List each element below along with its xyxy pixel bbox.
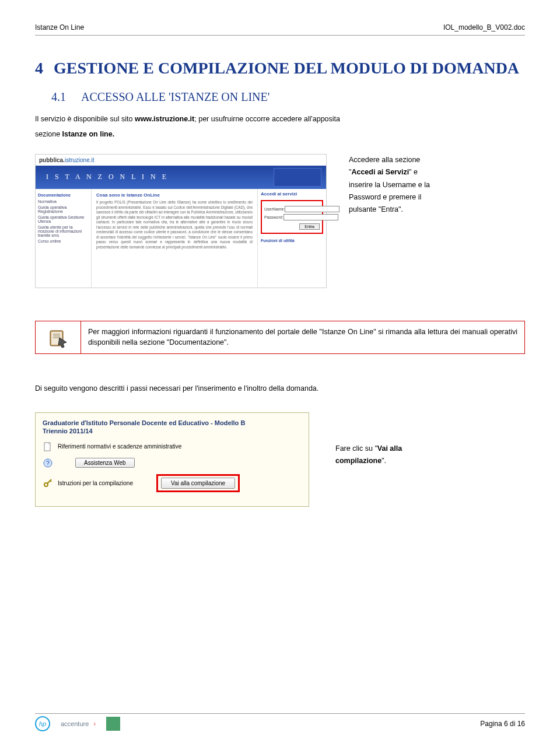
footer-rule [35,713,525,714]
nav-item: Normativa [38,199,89,204]
banner: I S T A N Z O N L I N E [36,166,326,189]
intro-para-2: sezione Istanze on line. [35,128,525,140]
username-input[interactable] [285,206,340,212]
screenshot-graduatorie: Graduatorie d'Istituto Personale Docente… [35,412,309,507]
nav-item: Guida operativa Registrazione [38,205,89,213]
cap2-1a: Fare clic su " [335,444,377,453]
svg-text:?: ? [46,460,50,467]
nav-item: Guida operativa Gestione Utenza [38,215,89,223]
nav-item: Guida utente per la ricezione di informa… [38,225,89,237]
help-icon: ? [43,458,53,468]
funzioni-title: Funzioni di utilità [261,239,323,243]
password-input[interactable] [284,214,338,220]
assistenza-button[interactable]: Assistenza Web [75,458,135,468]
fig2-caption: Fare clic su "Vai alla compilazione". [335,412,481,468]
top-rule [35,35,525,36]
intro-2a: sezione [35,130,62,138]
mid-text: Il progetto POLIS (Presentazione On Line… [96,200,253,250]
logo-istruzione: istruzione.it [65,157,94,163]
intro-2b: Istanze on line. [62,130,115,138]
password-label: Password: [264,215,284,219]
h1-num: 4 [35,59,54,77]
g-title-l2: Triennio 2011/14 [43,427,93,434]
row-riferimenti: Riferimenti normativi e scadenze amminis… [58,443,181,450]
hp-logo-icon: hp [35,716,50,731]
cap2-1bold: Vai alla [377,444,402,453]
partner-logo-icon [106,717,120,731]
accedi-header: Accedi ai servizi [261,191,323,197]
follow-para: Di seguito vengono descritti i passi nec… [35,384,525,392]
intro-1b: ; per usufruirne occorre accedere all'ap… [194,115,340,123]
entra-button[interactable]: Entra [299,223,320,230]
h1-text: GESTIONE E COMPILAZIONE DEL MODULO DI DO… [54,59,519,77]
intro-para: Il servizio è disponibile sul sito www.i… [35,113,525,125]
header-left: Istanze On Line [35,23,84,31]
accenture-logo: accenture [61,720,96,727]
fig1-caption: Accedere alla sezione "Accedi ai Servizi… [349,154,512,216]
notice-text: Per maggiori informazioni riguardanti il… [81,321,524,353]
logo-pubblica: pubblica. [39,157,65,163]
intro-1a: Il servizio è disponibile sul sito [35,115,135,123]
login-box-highlight: UserName: Password: Entra [261,200,323,234]
vai-compilazione-button[interactable]: Vai alla compilazione [161,478,235,489]
cap1-l1: Accedere alla sezione [349,154,512,166]
g-title-l1: Graduatorie d'Istituto Personale Docente… [43,419,245,426]
cap2-2bold: compilazione [335,457,382,465]
compile-highlight: Vai alla compilazione [156,474,240,492]
mid-header: Cosa sono le Istanze OnLine [96,192,253,198]
cap2-2b: ". [382,457,386,465]
cap1-l4: Password e premere il [349,191,512,204]
cap1-l5: pulsante "Entra". [349,204,512,216]
screenshot-portal: pubblica.istruzione.it I S T A N Z O N L… [35,154,327,288]
intro-link: www.istruzione.it [135,115,194,123]
row-istruzioni: Istruzioni per la compilazione [58,480,133,486]
cap1-l3: inserire la Username e la [349,179,512,191]
cap1-l2bold: Accedi ai Servizi [351,168,409,176]
cap1-l2b: " e [409,168,418,176]
document-icon [43,441,53,452]
right-panel: Accedi ai servizi UserName: Password: En… [257,189,326,288]
h2-num: 4.1 [51,90,81,103]
book-pointer-icon [46,325,71,350]
heading-2: 4.1ACCESSO ALLE 'ISTANZE ON LINE' [51,90,525,104]
key-icon [43,478,53,488]
page-number: Pagina 6 di 16 [480,720,525,728]
nav-item: Corso online [38,239,89,243]
footer: hp accenture Pagina 6 di 16 [35,713,525,731]
left-nav: Documentazione Normativa Guida operativa… [36,189,92,288]
notice-icon-cell [36,321,81,353]
heading-1: 4GESTIONE E COMPILAZIONE DEL MODULO DI D… [35,59,525,78]
username-label: UserName: [264,207,285,211]
h2-text: ACCESSO ALLE 'ISTANZE ON LINE' [81,90,270,103]
nav-header: Documentazione [38,193,89,197]
notice-box: Per maggiori informazioni riguardanti il… [35,321,525,354]
mid-panel: Cosa sono le Istanze OnLine Il progetto … [92,189,257,288]
header-right: IOL_modello_B_V002.doc [443,23,525,31]
g-title: Graduatorie d'Istituto Personale Docente… [43,419,302,436]
